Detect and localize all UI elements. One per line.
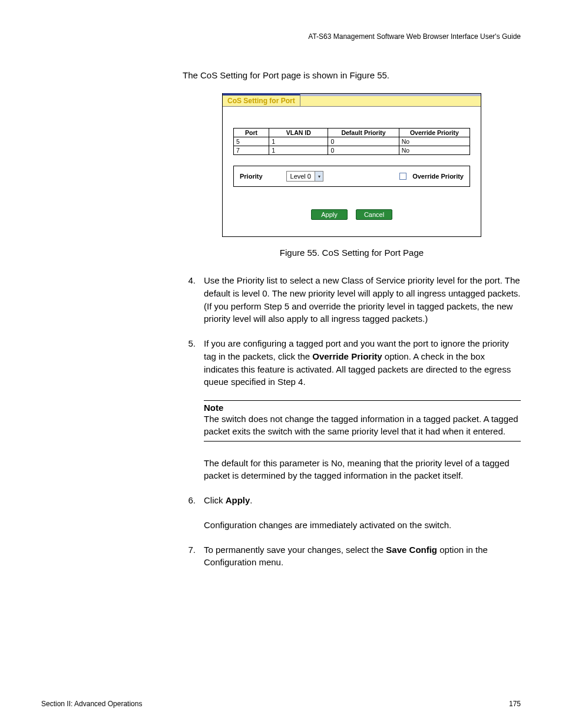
cell: 0 [328, 146, 399, 155]
panel-title-tab: CoS Setting for Port [223, 93, 300, 107]
priority-select-value: Level 0 [287, 173, 315, 180]
step-number: 4. [183, 274, 204, 325]
panel-header-bg [300, 94, 481, 107]
priority-label: Priority [240, 173, 263, 180]
th-override-priority: Override Priority [399, 129, 470, 137]
step-6-sub: Configuration changes are immediately ac… [204, 519, 521, 532]
cell: 5 [234, 137, 269, 146]
th-vlan: VLAN ID [269, 129, 328, 137]
text: To permanently save your changes, select… [204, 545, 386, 555]
footer-section: Section II: Advanced Operations [41, 700, 142, 708]
step-body: If you are configuring a tagged port and… [204, 337, 521, 388]
step-4: 4. Use the Priority list to select a new… [183, 274, 521, 325]
page-header: AT-S63 Management Software Web Browser I… [41, 32, 521, 41]
note-body: The switch does not change the tagged in… [204, 413, 521, 442]
cell: 7 [234, 146, 269, 155]
override-label: Override Priority [412, 173, 464, 180]
chevron-down-icon[interactable]: ▾ [315, 172, 323, 181]
note-box: Note The switch does not change the tagg… [204, 400, 521, 442]
cell: 0 [328, 137, 399, 146]
figure-panel: CoS Setting for Port Port VLAN ID Defaul… [222, 93, 481, 237]
table-row: 7 1 0 No [234, 146, 470, 155]
step-number: 7. [183, 543, 204, 569]
table-row: 5 1 0 No [234, 137, 470, 146]
cancel-button[interactable]: Cancel [356, 209, 392, 220]
intro-text: The CoS Setting for Port page is shown i… [183, 70, 521, 80]
th-port: Port [234, 129, 269, 137]
page-footer: Section II: Advanced Operations 175 [41, 700, 521, 708]
controls-row: Priority Level 0 ▾ Override Priority [233, 166, 470, 187]
footer-page-number: 175 [509, 700, 521, 708]
override-checkbox[interactable] [399, 173, 406, 180]
step-body: Use the Priority list to select a new Cl… [204, 274, 521, 325]
cell: 1 [269, 137, 328, 146]
cos-table: Port VLAN ID Default Priority Override P… [233, 128, 470, 155]
step-number: 6. [183, 494, 204, 507]
cell: No [399, 137, 470, 146]
bold-term: Apply [226, 495, 250, 505]
text: Click [204, 495, 226, 505]
step-number: 5. [183, 337, 204, 388]
cell: 1 [269, 146, 328, 155]
priority-select[interactable]: Level 0 ▾ [286, 171, 323, 182]
figure-caption: Figure 55. CoS Setting for Port Page [183, 248, 521, 258]
step-6: 6. Click Apply. [183, 494, 521, 507]
step-5: 5. If you are configuring a tagged port … [183, 337, 521, 388]
step-body: Click Apply. [204, 494, 521, 507]
text: . [250, 495, 252, 505]
th-default-priority: Default Priority [328, 129, 399, 137]
apply-button[interactable]: Apply [311, 209, 348, 220]
bold-term: Save Config [386, 545, 437, 555]
bold-term: Override Priority [312, 351, 382, 361]
cell: No [399, 146, 470, 155]
step-body: To permanently save your changes, select… [204, 543, 521, 569]
step-7: 7. To permanently save your changes, sel… [183, 543, 521, 569]
after-note-text: The default for this parameter is No, me… [204, 457, 521, 483]
note-title: Note [204, 400, 521, 413]
